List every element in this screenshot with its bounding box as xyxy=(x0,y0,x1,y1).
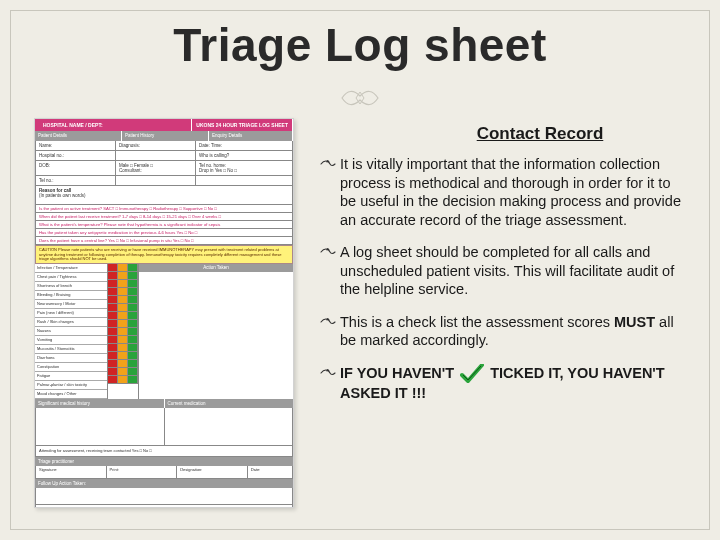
form-check-label: Mucositis / Stomatitis xyxy=(35,345,107,354)
form-check-cell xyxy=(128,272,138,280)
form-curmed-head: Current medication xyxy=(165,399,294,408)
bullet-icon xyxy=(320,366,336,380)
form-h-enquiry: Enquiry Details xyxy=(209,131,293,141)
form-check-cell xyxy=(128,264,138,272)
bullet-2-text: A log sheet should be completed for all … xyxy=(340,244,674,297)
form-consultant: Consultant: xyxy=(119,168,192,173)
form-reason-sub: (In patients own words) xyxy=(39,193,289,198)
form-top-right: UKONS 24 HOUR TRIAGE LOG SHEET xyxy=(192,119,293,131)
form-medhist-head: Significant medical history xyxy=(35,399,165,408)
form-diagnosis: Diagnosis: xyxy=(116,141,196,150)
form-check-cell xyxy=(128,352,138,360)
form-check-cell xyxy=(128,368,138,376)
form-sig: Signature: xyxy=(36,466,107,478)
bullet-icon xyxy=(320,315,336,329)
form-q2: When did the patient last receive treatm… xyxy=(35,213,293,221)
form-check-cell xyxy=(128,288,138,296)
form-check-cell xyxy=(108,288,118,296)
form-check-label: Bleeding / Bruising xyxy=(35,291,107,300)
form-check-label: Diarrhoea xyxy=(35,354,107,363)
form-desig: Designation: xyxy=(177,466,248,478)
form-q3: What is the patient's temperature? Pleas… xyxy=(35,221,293,229)
form-check-label: Mood changes / Other xyxy=(35,390,107,399)
form-check-cell xyxy=(118,312,128,320)
form-check-label: Chest pain / Tightness xyxy=(35,273,107,282)
form-check-cell xyxy=(128,344,138,352)
form-attending: Attending for assessment, receiving team… xyxy=(35,446,293,457)
form-check-cell xyxy=(108,344,118,352)
form-check-label: Neurosensory / Motor xyxy=(35,300,107,309)
form-q5: Does the patient have a central line? Ye… xyxy=(35,237,293,245)
form-check-label: Constipation xyxy=(35,363,107,372)
form-check-label: Infection / Temperature xyxy=(35,264,107,273)
form-check-cell xyxy=(128,336,138,344)
form-hospno: Hospital no.: xyxy=(36,151,116,160)
checkmark-icon xyxy=(460,364,484,384)
form-check-cell xyxy=(128,376,138,384)
form-triage-head: Triage practitioner xyxy=(35,457,293,466)
form-check-cell xyxy=(108,280,118,288)
form-check-cell xyxy=(118,272,128,280)
form-check-cell xyxy=(108,328,118,336)
subtitle: Contact Record xyxy=(395,124,685,144)
form-dob: DOB: xyxy=(36,161,116,175)
form-check-cell xyxy=(108,352,118,360)
form-check-cell xyxy=(118,336,128,344)
form-q4: Has the patient taken any antipyretic me… xyxy=(35,229,293,237)
form-check-label: Fatigue xyxy=(35,372,107,381)
form-check-cell xyxy=(118,288,128,296)
form-check-cell xyxy=(118,304,128,312)
bullet-4-text-a: IF YOU HAVEN'T xyxy=(340,365,458,381)
form-top-left: HOSPITAL NAME / DEPT: xyxy=(39,119,192,131)
form-check-cell xyxy=(118,352,128,360)
form-check-cell xyxy=(108,312,118,320)
form-caution: CAUTION Please note patients who are rec… xyxy=(35,245,293,264)
bullet-4: IF YOU HAVEN'T TICKED IT, YOU HAVEN'T AS… xyxy=(320,364,690,403)
form-dropin: Drop in Yes □ No □ xyxy=(199,168,289,173)
form-check-cell xyxy=(128,320,138,328)
form-check-label: Palmar-plantar / skin toxicity xyxy=(35,381,107,390)
form-check-cell xyxy=(108,264,118,272)
form-check-cell xyxy=(108,320,118,328)
form-q1: Is the patient on active treatment? SACT… xyxy=(35,205,293,213)
form-check-cell xyxy=(118,344,128,352)
form-check-cell xyxy=(118,264,128,272)
form-check-cell xyxy=(108,296,118,304)
slide: Triage Log sheet Contact Record It is vi… xyxy=(0,0,720,540)
form-check-label: Nausea xyxy=(35,327,107,336)
form-check-cell xyxy=(128,296,138,304)
form-name: Name: xyxy=(36,141,116,150)
form-check-cell xyxy=(108,272,118,280)
form-thumbnail: HOSPITAL NAME / DEPT: UKONS 24 HOUR TRIA… xyxy=(34,118,294,508)
bullet-3: This is a check list the assessment scor… xyxy=(320,313,690,350)
form-check-cell xyxy=(118,320,128,328)
form-h-patient-history: Patient History xyxy=(122,131,209,141)
form-check-cell xyxy=(108,336,118,344)
bullet-1: It is vitally important that the informa… xyxy=(320,155,690,229)
form-consult: Consultant team contacted Yes □ No □ Dat… xyxy=(35,505,293,508)
form-check-cell xyxy=(118,376,128,384)
form-action-head: Action Taken xyxy=(139,264,293,272)
bullet-icon xyxy=(320,157,336,171)
form-check-cell xyxy=(118,280,128,288)
form-check-cell xyxy=(118,360,128,368)
form-check-label: Pain (new / different) xyxy=(35,309,107,318)
bullet-3-text-b: MUST xyxy=(614,314,655,330)
form-followup-head: Follow Up Action Taken: xyxy=(35,479,293,488)
bullet-3-text-a: This is a check list the assessment scor… xyxy=(340,314,614,330)
form-check-cell xyxy=(108,304,118,312)
form-check-cell xyxy=(128,280,138,288)
form-tel: Tel no.: xyxy=(36,176,116,185)
bullet-icon xyxy=(320,245,336,259)
form-h-patient-details: Patient Details xyxy=(35,131,122,141)
bullet-2: A log sheet should be completed for all … xyxy=(320,243,690,299)
form-print: Print: xyxy=(107,466,178,478)
form-who: Who is calling? xyxy=(196,151,292,160)
form-check-cell xyxy=(118,368,128,376)
form-check-cell xyxy=(108,376,118,384)
form-check-cell xyxy=(128,360,138,368)
ornament-icon xyxy=(336,86,384,110)
form-check-cell xyxy=(128,304,138,312)
content-right: It is vitally important that the informa… xyxy=(320,155,690,416)
form-checkgrid: Infection / TemperatureChest pain / Tigh… xyxy=(35,264,293,399)
